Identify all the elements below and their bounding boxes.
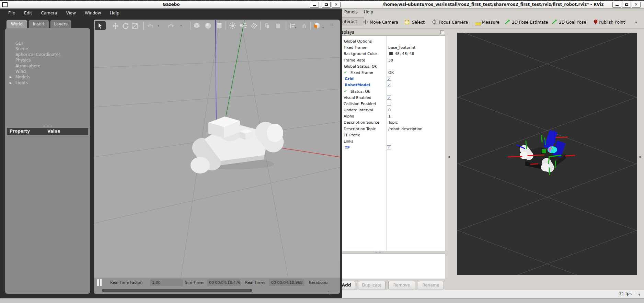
- row-robotmodel-display[interactable]: RobotModel✓: [342, 82, 445, 88]
- menu-camera[interactable]: Camera: [41, 11, 57, 15]
- toolbar-extension-icon[interactable]: ∷: [331, 23, 333, 27]
- chevron-right-icon[interactable]: ▶: [10, 80, 12, 86]
- scale-tool-icon[interactable]: [130, 22, 139, 30]
- rename-display-button[interactable]: Rename: [418, 281, 444, 289]
- menu-view[interactable]: View: [66, 11, 76, 15]
- minimize-button[interactable]: [612, 2, 621, 8]
- add-display-button[interactable]: Add: [342, 281, 355, 289]
- pause-button[interactable]: [97, 279, 102, 286]
- menu-file[interactable]: File: [8, 11, 15, 15]
- row-collision-enabled[interactable]: Collision Enabled: [342, 101, 445, 107]
- row-global-status[interactable]: Global Status: Ok: [342, 64, 445, 70]
- rotate-tool-icon[interactable]: [121, 22, 130, 30]
- row-tf-display[interactable]: TF✓: [342, 145, 445, 151]
- row-global-options[interactable]: Global Options: [342, 38, 445, 45]
- translate-tool-icon[interactable]: [111, 22, 120, 30]
- gazebo-3d-viewport[interactable]: ▾ ▾: [94, 20, 340, 294]
- tree-item-lights[interactable]: ▶Lights: [5, 80, 90, 86]
- grid-enabled-checkbox[interactable]: ✓: [387, 77, 391, 81]
- remove-display-button[interactable]: Remove: [388, 281, 415, 289]
- row-update-interval[interactable]: Update Interval0: [342, 107, 445, 113]
- row-tf-prefix[interactable]: TF Prefix: [342, 132, 445, 138]
- paste-icon[interactable]: [274, 22, 283, 30]
- row-fixed-frame-status[interactable]: ✔Fixed FrameOK: [342, 70, 445, 76]
- tab-layers[interactable]: Layers: [50, 20, 71, 29]
- row-description-source[interactable]: Description SourceTopic: [342, 120, 445, 126]
- undo-dropdown-icon[interactable]: ▾: [158, 24, 160, 27]
- spot-light-icon[interactable]: [239, 22, 248, 30]
- row-frame-rate[interactable]: Frame Rate30: [342, 57, 445, 64]
- directional-light-icon[interactable]: [249, 22, 258, 30]
- focus-camera-icon[interactable]: [432, 19, 437, 26]
- redo-icon[interactable]: [166, 22, 175, 30]
- view-angle-dropdown-icon[interactable]: ▾: [322, 26, 324, 29]
- sphere-shape-icon[interactable]: [204, 22, 212, 30]
- panel-splitter-handle[interactable]: [375, 252, 382, 252]
- goal-pose-arrow-icon[interactable]: [552, 19, 557, 26]
- publish-point-pin-icon[interactable]: [593, 19, 598, 26]
- menu-edit[interactable]: Edit: [24, 11, 32, 15]
- collision-enabled-checkbox[interactable]: [387, 102, 391, 106]
- pose-estimate-label[interactable]: 2D Pose Estimate: [512, 20, 548, 25]
- goal-pose-label[interactable]: 2D Goal Pose: [559, 20, 586, 25]
- tree-item-physics[interactable]: Physics: [5, 57, 90, 63]
- interact-tool-button[interactable]: Interact: [342, 18, 364, 26]
- tree-item-spherical-coordinates[interactable]: Spherical Coordinates: [5, 52, 90, 57]
- undo-icon[interactable]: [146, 22, 155, 30]
- view-angle-icon[interactable]: [312, 22, 322, 30]
- select-tool-icon[interactable]: [405, 19, 409, 26]
- rviz-titlebar[interactable]: /home/wsl-ubuntu/ros_ws/install/ros2_fir…: [342, 1, 644, 9]
- row-robotmodel-status[interactable]: ✔Status: Ok: [342, 89, 445, 95]
- pose-estimate-arrow-icon[interactable]: [505, 19, 510, 26]
- copy-icon[interactable]: [263, 22, 272, 30]
- minimize-button[interactable]: [310, 2, 319, 8]
- collapse-right-icon[interactable]: ▶: [640, 155, 642, 158]
- point-light-icon[interactable]: [228, 22, 237, 30]
- robotmodel-enabled-checkbox[interactable]: ✓: [387, 83, 391, 87]
- visual-enabled-checkbox[interactable]: ✓: [387, 96, 391, 100]
- align-dropdown-icon[interactable]: ▾: [295, 26, 297, 29]
- focus-camera-label[interactable]: Focus Camera: [439, 20, 468, 25]
- row-description-topic[interactable]: Description Topic/robot_description: [342, 126, 445, 132]
- tree-item-scene[interactable]: Scene: [5, 46, 90, 52]
- row-alpha[interactable]: Alpha1: [342, 113, 445, 120]
- row-visual-enabled[interactable]: Visual Enabled✓: [342, 95, 445, 101]
- select-label[interactable]: Select: [412, 20, 425, 25]
- tree-item-gui[interactable]: GUI: [5, 41, 90, 46]
- box-shape-icon[interactable]: [192, 22, 201, 30]
- rviz-3d-view[interactable]: [457, 33, 637, 275]
- publish-point-label[interactable]: Publish Point: [599, 20, 625, 25]
- panel-dock-button[interactable]: [440, 30, 444, 34]
- real-time-factor-value[interactable]: 1.00: [150, 279, 183, 286]
- menu-help[interactable]: Help: [110, 11, 119, 15]
- displays-panel-header[interactable]: Displays: [342, 30, 445, 35]
- duplicate-display-button[interactable]: Duplicate: [358, 281, 386, 289]
- resize-grip[interactable]: [636, 293, 641, 297]
- close-button[interactable]: ✕: [632, 2, 641, 8]
- cylinder-shape-icon[interactable]: [215, 22, 224, 30]
- tree-item-atmosphere[interactable]: Atmosphere: [5, 63, 90, 69]
- tab-world[interactable]: World: [6, 20, 27, 29]
- viewport-h-scrollbar[interactable]: [96, 289, 338, 292]
- row-background-color[interactable]: Background Color48; 48; 48: [342, 51, 445, 57]
- redo-dropdown-icon[interactable]: ▾: [180, 24, 182, 27]
- maximize-button[interactable]: [622, 2, 631, 8]
- measure-label[interactable]: Measure: [482, 20, 499, 25]
- row-fixed-frame[interactable]: Fixed Framebase_footprint: [342, 45, 445, 51]
- toolbar-overflow-icon[interactable]: »: [635, 20, 637, 25]
- menu-window[interactable]: Window: [85, 11, 101, 15]
- row-links[interactable]: Links: [342, 138, 445, 145]
- tree-item-models[interactable]: ▶Models: [5, 74, 90, 80]
- menu-help[interactable]: Help: [364, 10, 373, 14]
- select-tool-icon[interactable]: [95, 21, 106, 30]
- chevron-right-icon[interactable]: ▶: [10, 75, 12, 80]
- gazebo-titlebar[interactable]: Gazebo ✕: [0, 1, 342, 9]
- collapse-left-icon[interactable]: ◀: [448, 155, 450, 158]
- row-grid-display[interactable]: Grid✓: [342, 76, 445, 82]
- move-camera-label[interactable]: Move Camera: [370, 20, 398, 25]
- menu-panels[interactable]: Panels: [344, 10, 358, 14]
- tree-item-wind[interactable]: Wind: [5, 69, 90, 74]
- move-camera-icon[interactable]: [363, 19, 368, 26]
- close-button[interactable]: ✕: [332, 2, 341, 8]
- measure-icon[interactable]: [475, 20, 481, 27]
